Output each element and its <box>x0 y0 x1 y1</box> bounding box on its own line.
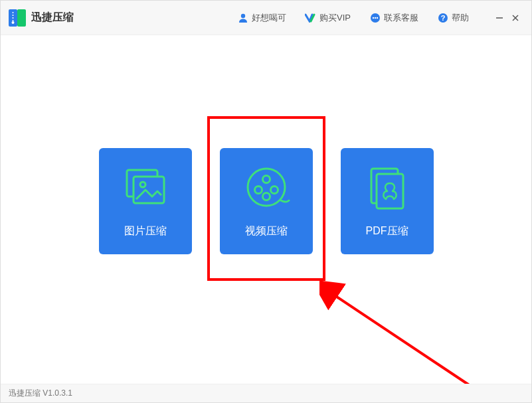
chat-icon <box>369 12 381 24</box>
svg-point-4 <box>241 13 245 17</box>
svg-point-19 <box>254 186 262 193</box>
card-video-compress[interactable]: 视频压缩 <box>220 148 313 254</box>
svg-point-21 <box>262 193 270 200</box>
nav-support-label: 联系客服 <box>384 12 418 24</box>
card-pdf-compress[interactable]: PDF压缩 <box>341 148 434 254</box>
svg-rect-15 <box>133 177 164 203</box>
svg-point-18 <box>262 175 270 183</box>
nav-user-label: 好想喝可 <box>252 12 286 24</box>
titlebar: 迅捷压缩 好想喝可 购买VIP 联系客服 <box>1 1 531 35</box>
svg-text:?: ? <box>441 14 446 22</box>
svg-point-3 <box>12 21 15 24</box>
svg-rect-23 <box>377 174 403 208</box>
svg-rect-1 <box>17 9 26 27</box>
image-stack-icon <box>122 165 169 212</box>
minimize-button[interactable] <box>491 10 507 26</box>
statusbar: 迅捷压缩 V1.0.3.1 <box>1 384 531 402</box>
card-pdf-label: PDF压缩 <box>366 224 408 238</box>
nav-help-label: 帮助 <box>452 12 469 24</box>
help-icon: ? <box>437 12 449 24</box>
svg-point-7 <box>375 17 376 18</box>
feature-cards: 图片压缩 视频压缩 <box>99 148 434 254</box>
close-button[interactable] <box>507 10 523 26</box>
vip-icon <box>305 12 317 24</box>
user-icon <box>237 12 249 24</box>
nav-help[interactable]: ? 帮助 <box>437 12 469 24</box>
svg-point-8 <box>377 17 378 18</box>
window-controls <box>491 10 523 26</box>
card-image-compress[interactable]: 图片压缩 <box>99 148 192 254</box>
app-title: 迅捷压缩 <box>31 11 74 25</box>
nav-user[interactable]: 好想喝可 <box>237 12 286 24</box>
card-image-label: 图片压缩 <box>124 224 167 238</box>
app-logo-icon <box>9 9 26 27</box>
status-text: 迅捷压缩 V1.0.3.1 <box>9 388 72 399</box>
card-video-label: 视频压缩 <box>245 224 288 238</box>
svg-point-20 <box>270 186 278 193</box>
nav-vip-label: 购买VIP <box>319 12 351 24</box>
nav-vip[interactable]: 购买VIP <box>305 12 351 24</box>
svg-point-6 <box>373 17 374 18</box>
pdf-document-icon <box>363 165 411 212</box>
nav-support[interactable]: 联系客服 <box>369 12 418 24</box>
film-reel-icon <box>242 165 290 212</box>
main-area: 图片压缩 视频压缩 <box>1 35 531 384</box>
